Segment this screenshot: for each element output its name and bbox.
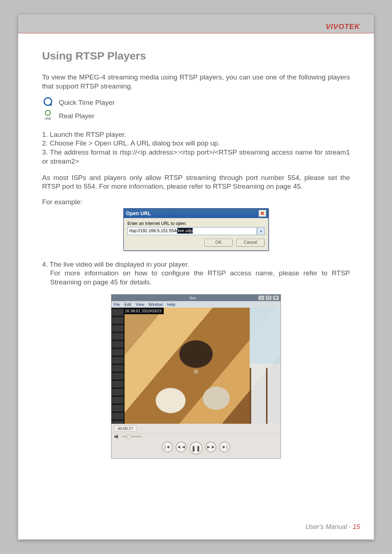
isp-note: As most ISPs and players only allow RTSP… — [42, 173, 350, 191]
dialog-cancel-button[interactable]: Cancel — [236, 239, 265, 247]
dialog-close-button[interactable]: ✕ — [259, 210, 266, 217]
media-player-window: live – □ ✕ File Edit View Window Help Vi… — [111, 294, 281, 459]
realplayer-icon: real — [42, 110, 54, 122]
player-maximize-button[interactable]: □ — [265, 295, 272, 300]
volume-slider[interactable] — [122, 436, 142, 437]
menu-view[interactable]: View — [136, 302, 144, 307]
header-band: VIVOTEK — [18, 15, 374, 33]
skip-start-button[interactable]: |◄ — [162, 442, 173, 452]
player-real-label: Real Player — [59, 112, 94, 121]
url-dropdown-button[interactable]: ▾ — [257, 227, 265, 235]
player-minimize-button[interactable]: – — [258, 295, 265, 300]
player-titlebar: live – □ ✕ — [111, 295, 281, 301]
footer-label: User's Manual - — [305, 523, 352, 530]
for-example-label: For example: — [42, 198, 82, 207]
player-list: Quick Time Player real Real Player — [42, 97, 350, 122]
menu-window[interactable]: Window — [148, 302, 163, 307]
url-input[interactable]: rtsp://192.168.5.151:554/live.sdp — [127, 227, 257, 235]
player-close-button[interactable]: ✕ — [273, 295, 279, 300]
player-menubar: File Edit View Window Help — [111, 301, 281, 308]
brand-label: VIVOTEK — [326, 22, 360, 31]
player-controls: |◄ ◄◄ ❚❚ ►► ►| — [111, 439, 281, 458]
player-volume-row — [111, 433, 281, 439]
player-quicktime: Quick Time Player — [42, 97, 350, 108]
step-3: 3. The address format is rtsp://<ip addr… — [42, 148, 350, 166]
player-elapsed-time: 00:00:27 — [114, 425, 136, 432]
volume-icon[interactable] — [114, 434, 119, 439]
player-quicktime-label: Quick Time Player — [59, 98, 115, 107]
section-title: Using RTSP Players — [42, 49, 350, 63]
player-video-area: Video 16:38:01 2010/03/23 — [111, 308, 281, 424]
dialog-title-text: Open URL — [126, 210, 151, 217]
step-1: 1. Launch the RTSP player. — [42, 130, 350, 139]
dialog-url-label: Enter an Internet URL to open: — [127, 221, 265, 227]
skip-end-button[interactable]: ►| — [219, 442, 230, 452]
open-url-dialog: Open URL ✕ Enter an Internet URL to open… — [123, 208, 269, 251]
steps-list: 1. Launch the RTSP player. 2. Choose Fil… — [42, 130, 350, 166]
player-timebar: 00:00:27 — [111, 424, 281, 433]
steps-list-2: 4. The live video will be displayed in y… — [42, 260, 350, 287]
footer-page-number: 15 — [353, 523, 360, 530]
rewind-button[interactable]: ◄◄ — [176, 442, 187, 452]
step-4b: For more information on how to configure… — [42, 269, 350, 287]
step-4a: 4. The live video will be displayed in y… — [42, 260, 350, 269]
pause-button[interactable]: ❚❚ — [189, 442, 203, 455]
menu-file[interactable]: File — [114, 302, 120, 307]
intro-paragraph: To view the MPEG-4 streaming media using… — [42, 73, 350, 91]
player-real: real Real Player — [42, 110, 350, 122]
step-2: 2. Choose File > Open URL. A URL dialog … — [42, 139, 350, 148]
quicktime-icon — [42, 97, 54, 108]
menu-help[interactable]: Help — [167, 302, 175, 307]
player-title-text: live — [127, 295, 258, 300]
dialog-ok-button[interactable]: OK — [204, 239, 233, 247]
menu-edit[interactable]: Edit — [124, 302, 131, 307]
page-footer: User's Manual - 15 — [305, 523, 360, 531]
forward-button[interactable]: ►► — [205, 442, 216, 452]
dialog-titlebar: Open URL ✕ — [124, 209, 268, 218]
player-osd-timestamp: Video 16:38:01 2010/03/23 — [111, 308, 164, 314]
